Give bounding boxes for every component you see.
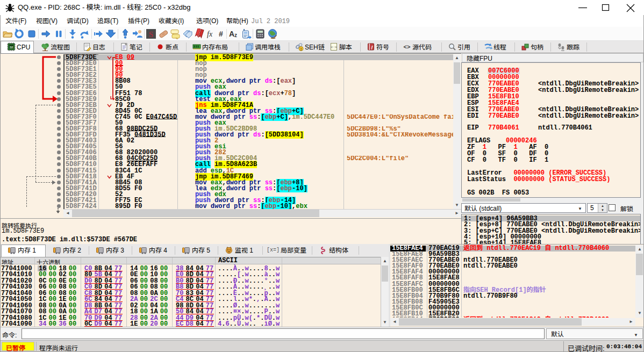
svg-text:<·>: <·> [331, 45, 337, 49]
svg-text:S: S [149, 30, 153, 39]
svg-text:32: 32 [10, 46, 13, 49]
svg-text:<>: <> [404, 44, 411, 50]
svg-text:!: ! [300, 47, 302, 52]
svg-text:fx: fx [207, 30, 213, 38]
svg-text:#: # [219, 30, 223, 38]
svg-text:z: z [234, 32, 237, 38]
svg-text:A: A [229, 30, 234, 38]
svg-text:ƒ: ƒ [371, 45, 373, 49]
